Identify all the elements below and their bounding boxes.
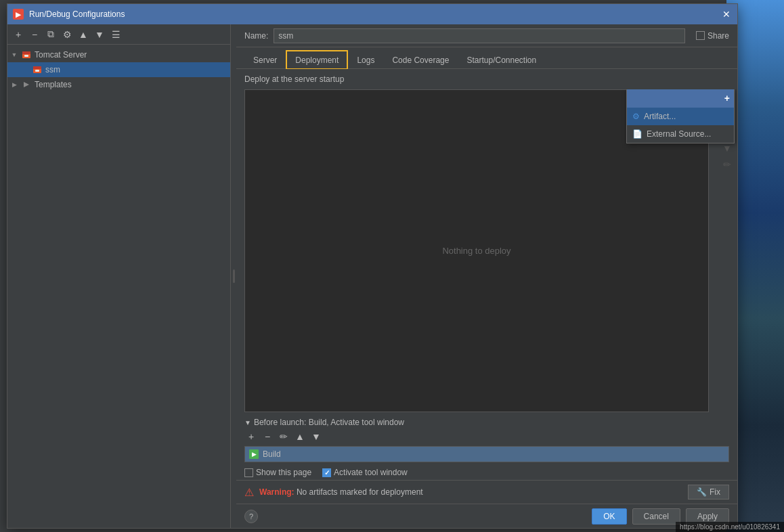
sort-button[interactable]: ☰	[109, 28, 123, 41]
tab-startup-connection[interactable]: Startup/Connection	[458, 50, 545, 69]
build-item[interactable]: ▶ Build	[245, 447, 728, 462]
tomcat-server-label: Tomcat Server	[35, 50, 87, 60]
title-bar: ▶ Run/Debug Configurations ✕	[7, 4, 737, 24]
tree-arrow-ssm	[21, 66, 29, 74]
nothing-to-deploy-text: Nothing to deploy	[442, 246, 510, 256]
warning-text: Warning: No artifacts marked for deploym…	[259, 487, 682, 497]
sidebar: + − ⧉ ⚙ ▲ ▼ ☰ ▼	[7, 24, 231, 528]
show-page-item: Show this page	[244, 468, 311, 477]
dialog-title: Run/Debug Configurations	[29, 9, 716, 19]
artifact-icon: ⚙	[632, 112, 640, 121]
build-label: Build	[263, 449, 281, 459]
name-bar: Name: Share	[236, 24, 737, 47]
fix-button[interactable]: 🔧 Fix	[688, 485, 729, 500]
move-down-button[interactable]: ▼	[93, 28, 106, 41]
sidebar-splitter[interactable]	[231, 24, 236, 528]
cancel-button[interactable]: Cancel	[632, 508, 680, 525]
artifact-label: Artifact...	[644, 112, 676, 121]
url-bar: https://blog.csdn.net/u010826341	[676, 522, 784, 532]
external-source-label: External Source...	[647, 129, 711, 139]
ok-button[interactable]: OK	[592, 508, 626, 525]
tomcat-server-icon	[21, 49, 32, 60]
close-button[interactable]: ✕	[721, 9, 732, 20]
add-config-button[interactable]: +	[12, 28, 25, 41]
sidebar-item-templates[interactable]: ▶ Templates	[7, 77, 230, 92]
sidebar-item-tomcat-server[interactable]: ▼ Tomcat Server	[7, 47, 230, 62]
dialog-icon: ▶	[13, 9, 24, 20]
activate-tool-label: Activate tool window	[334, 468, 408, 477]
edit-artifact-button: ✏	[720, 157, 735, 172]
svg-rect-4	[33, 66, 41, 69]
before-launch-section: ▼ Before launch: Build, Activate tool wi…	[236, 412, 737, 465]
down-before-launch-button[interactable]: ▼	[309, 430, 323, 443]
dropdown-item-artifact[interactable]: ⚙ Artifact...	[627, 108, 734, 125]
add-dropdown-popup: + ⚙ Artifact... 📄 External Source...	[626, 89, 735, 143]
activate-tool-item: ✓ Activate tool window	[322, 468, 408, 477]
up-before-launch-button[interactable]: ▲	[293, 430, 307, 443]
warning-detail: No artifacts marked for deployment	[297, 487, 423, 497]
before-launch-list: ▶ Build	[244, 446, 729, 462]
tree-arrow-templates: ▶	[10, 81, 18, 89]
show-page-checkbox[interactable]	[244, 468, 253, 477]
sidebar-item-ssm[interactable]: ssm	[7, 62, 230, 77]
name-label: Name:	[244, 31, 268, 41]
share-label: Share	[707, 31, 729, 41]
run-debug-dialog: ▶ Run/Debug Configurations ✕ + − ⧉ ⚙ ▲ ▼…	[7, 3, 738, 529]
edit-before-launch-button[interactable]: ✏	[277, 430, 290, 443]
before-launch-label: Before launch: Build, Activate tool wind…	[254, 418, 404, 427]
sidebar-toolbar: + − ⧉ ⚙ ▲ ▼ ☰	[7, 24, 230, 45]
dialog-footer: ? OK Cancel Apply	[236, 504, 737, 528]
tab-deployment[interactable]: Deployment	[286, 50, 348, 69]
before-launch-toolbar: + − ✏ ▲ ▼	[244, 430, 729, 443]
ssm-label: ssm	[45, 65, 60, 74]
templates-icon	[21, 79, 32, 90]
checkboxes-row: Show this page ✓ Activate tool window	[236, 465, 737, 480]
svg-rect-5	[35, 70, 39, 72]
show-page-label: Show this page	[256, 468, 311, 477]
warning-bold: Warning:	[259, 487, 295, 497]
before-launch-arrow: ▼	[244, 419, 251, 426]
activate-tool-checkbox[interactable]: ✓	[322, 468, 331, 477]
warning-bar: ⚠ Warning: No artifacts marked for deplo…	[236, 480, 737, 504]
tree-arrow-tomcat: ▼	[10, 51, 18, 59]
deploy-header: Deploy at the server startup	[236, 69, 737, 89]
ssm-icon	[32, 64, 43, 75]
share-checkbox-container: Share	[696, 31, 729, 41]
share-checkbox[interactable]	[696, 31, 705, 40]
tabs-bar: Server Deployment Logs Code Coverage Sta…	[236, 47, 737, 69]
remove-config-button[interactable]: −	[28, 28, 41, 41]
dropdown-item-external-source[interactable]: 📄 External Source...	[627, 125, 734, 143]
fix-icon: 🔧	[697, 487, 707, 497]
warning-icon: ⚠	[244, 486, 254, 499]
dropdown-header: +	[627, 89, 734, 108]
tab-server[interactable]: Server	[244, 50, 286, 69]
tab-logs[interactable]: Logs	[348, 50, 383, 69]
move-up-button[interactable]: ▲	[77, 28, 90, 41]
main-content: Name: Share Server Deployment Logs Code …	[236, 24, 737, 528]
svg-rect-2	[24, 55, 28, 57]
fix-label: Fix	[710, 487, 720, 497]
build-icon: ▶	[249, 449, 259, 459]
content-area: Deploy at the server startup Nothing to …	[236, 69, 737, 504]
help-button[interactable]: ?	[244, 510, 258, 523]
external-source-icon: 📄	[632, 129, 643, 139]
tab-code-coverage[interactable]: Code Coverage	[383, 50, 458, 69]
deployment-panel: Deploy at the server startup Nothing to …	[236, 69, 737, 504]
config-tree: ▼ Tomcat Server	[7, 45, 230, 528]
settings-button[interactable]: ⚙	[60, 28, 74, 41]
add-before-launch-button[interactable]: +	[244, 430, 258, 443]
svg-rect-1	[22, 51, 30, 54]
copy-config-button[interactable]: ⧉	[44, 28, 58, 41]
templates-label: Templates	[35, 80, 72, 89]
dialog-body: + − ⧉ ⚙ ▲ ▼ ☰ ▼	[7, 24, 737, 528]
name-input[interactable]	[274, 28, 685, 43]
remove-before-launch-button[interactable]: −	[261, 430, 274, 443]
before-launch-header: ▼ Before launch: Build, Activate tool wi…	[244, 418, 729, 427]
